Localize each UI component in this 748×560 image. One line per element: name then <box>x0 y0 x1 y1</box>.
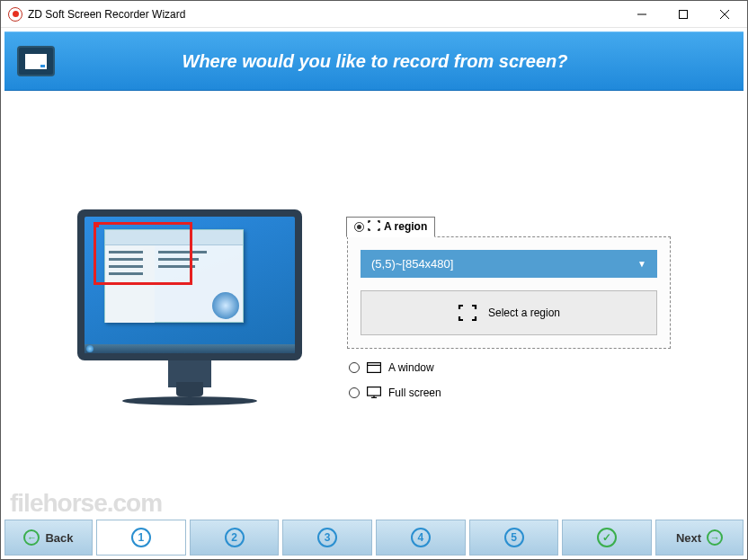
step-2[interactable]: 2 <box>190 520 280 556</box>
back-label: Back <box>45 531 73 545</box>
maximize-button[interactable] <box>663 1 704 27</box>
banner-monitor-icon <box>17 46 55 76</box>
radio-window-icon <box>349 362 360 373</box>
svg-rect-6 <box>368 387 381 396</box>
svg-rect-1 <box>680 10 688 18</box>
check-circle-icon: ✓ <box>597 528 617 547</box>
window-title: ZD Soft Screen Recorder Wizard <box>28 8 621 21</box>
options-panel: A region (5,5)~[854x480] ▼ Select a regi… <box>347 216 671 399</box>
corners-icon <box>368 220 380 234</box>
banner-heading: Where would you like to record from scre… <box>73 51 731 72</box>
option-window-label: A window <box>388 361 434 374</box>
step-5[interactable]: 5 <box>469 520 559 556</box>
step-3-circle: 3 <box>317 528 337 547</box>
step-check[interactable]: ✓ <box>562 520 652 556</box>
region-size-dropdown[interactable]: (5,5)~[854x480] ▼ <box>361 250 657 278</box>
step-2-circle: 2 <box>225 528 245 547</box>
main-content: A region (5,5)~[854x480] ▼ Select a regi… <box>1 94 747 520</box>
step-3[interactable]: 3 <box>282 520 372 556</box>
window-icon <box>367 362 381 373</box>
select-region-label: Select a region <box>488 307 560 319</box>
step-5-circle: 5 <box>504 528 524 547</box>
arrow-left-icon: ← <box>23 529 40 546</box>
option-fullscreen[interactable]: Full screen <box>349 387 671 399</box>
select-region-icon <box>458 304 477 322</box>
illustration-monitor <box>77 209 302 405</box>
option-window[interactable]: A window <box>349 361 671 374</box>
select-region-button[interactable]: Select a region <box>361 290 657 335</box>
radio-region-icon <box>354 222 364 232</box>
window-controls <box>621 1 745 27</box>
option-region-label: A region <box>384 220 427 233</box>
minimize-button[interactable] <box>621 1 663 27</box>
back-button[interactable]: ← Back <box>4 520 93 556</box>
step-1[interactable]: 1 <box>96 520 186 556</box>
region-panel: (5,5)~[854x480] ▼ Select a region <box>347 236 671 349</box>
arrow-right-icon: → <box>707 529 723 546</box>
step-4-circle: 4 <box>411 528 431 547</box>
step-1-circle: 1 <box>131 528 151 547</box>
fullscreen-icon <box>367 387 381 398</box>
titlebar: ZD Soft Screen Recorder Wizard <box>1 1 747 28</box>
option-region-tab[interactable]: A region <box>346 217 435 237</box>
close-button[interactable] <box>704 1 745 27</box>
option-region-group: A region (5,5)~[854x480] ▼ Select a regi… <box>347 216 671 349</box>
region-size-value: (5,5)~[854x480] <box>371 257 453 271</box>
step-4[interactable]: 4 <box>376 520 466 556</box>
app-window: ZD Soft Screen Recorder Wizard Where wou… <box>0 0 748 560</box>
next-label: Next <box>676 531 701 545</box>
next-button[interactable]: Next → <box>655 520 744 556</box>
app-icon <box>8 7 22 22</box>
wizard-stepper: ← Back 1 2 3 4 5 ✓ Next → <box>1 520 747 559</box>
option-fullscreen-label: Full screen <box>388 387 441 399</box>
header-banner: Where would you like to record from scre… <box>4 31 744 91</box>
region-highlight-icon <box>94 222 192 285</box>
radio-fullscreen-icon <box>349 387 360 398</box>
svg-rect-4 <box>368 362 381 372</box>
dropdown-arrow-icon: ▼ <box>637 259 646 269</box>
